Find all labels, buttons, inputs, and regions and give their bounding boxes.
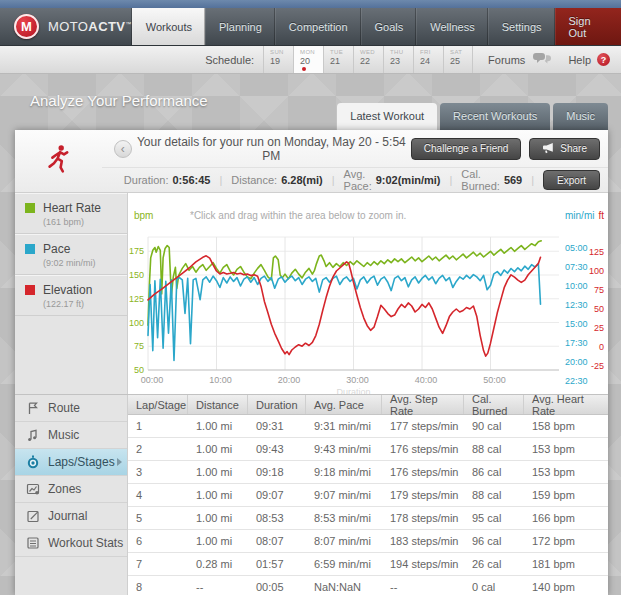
table-cell: 5 — [128, 507, 188, 529]
schedule-day-fri[interactable]: FRI24 — [413, 46, 443, 73]
day-name: SAT — [450, 49, 472, 55]
tab-recent-workouts[interactable]: Recent Workouts — [440, 103, 550, 130]
stat-separator: | — [531, 174, 534, 186]
help-link[interactable]: Help ? — [568, 46, 610, 73]
table-row: 8--00:05NaN:NaN min/mi--0 cal140 bpm — [128, 576, 608, 595]
elev-axis-title: ft — [598, 210, 604, 221]
performance-chart[interactable]: 00:0010:0020:0030:0040:0050:00Duration17… — [128, 193, 607, 394]
route-icon — [26, 401, 40, 415]
stats-items: Duration:0:56:45|Distance:6.28(mi)|Avg. … — [124, 168, 543, 192]
day-number: 20 — [300, 56, 323, 66]
nav-item-workouts[interactable]: Workouts — [132, 8, 205, 45]
legend-row: Pace — [25, 242, 127, 256]
tab-latest-workout[interactable]: Latest Workout — [337, 103, 437, 130]
forums-link[interactable]: Forums — [488, 46, 552, 73]
table-cell: 176 steps/min — [382, 438, 464, 460]
table-cell: 1.00 mi — [188, 438, 248, 460]
nav-item-competition[interactable]: Competition — [275, 8, 361, 45]
column-header-avg-step-rate: Avg. Step Rate — [382, 395, 464, 414]
day-number: 25 — [450, 56, 472, 66]
table-cell: 181 bpm — [524, 553, 607, 575]
runner-icon — [45, 144, 71, 178]
bpm-tick-label: 100 — [129, 318, 144, 328]
elev-tick-label: 0 — [599, 342, 604, 352]
schedule-label: Schedule: — [205, 54, 254, 66]
table-cell: 09:31 — [248, 415, 306, 437]
legend-item-pace[interactable]: Pace(9:02 min/mi) — [15, 234, 127, 275]
motoactv-app: M MOTOACTV™ WorkoutsPlanningCompetitionG… — [0, 0, 621, 595]
table-cell: 08:53 — [248, 507, 306, 529]
sidebar-item-music[interactable]: Music — [15, 422, 127, 449]
x-tick-label: 20:00 — [278, 375, 301, 385]
workout-tabs: Latest WorkoutRecent WorkoutsMusic — [337, 103, 608, 130]
nav-item-goals[interactable]: Goals — [361, 8, 417, 45]
logo-letter: M — [21, 20, 32, 33]
stats-row: Duration:0:56:45|Distance:6.28(mi)|Avg. … — [102, 168, 608, 192]
brand-moto: MOTO — [48, 19, 88, 34]
day-name: TUE — [330, 49, 353, 55]
pace-tick-label: 05:00 — [565, 243, 588, 253]
brand-text: MOTOACTV™ — [48, 19, 132, 34]
sidebar-item-route[interactable]: Route — [15, 395, 127, 422]
legend-label: Elevation — [43, 283, 92, 297]
sidebar-item-label: Workout Stats — [48, 536, 123, 550]
elev-tick-label: 50 — [594, 304, 604, 314]
table-row: 41.00 mi09:079:07 min/mi179 steps/min88 … — [128, 484, 608, 507]
nav-item-planning[interactable]: Planning — [205, 8, 275, 45]
table-cell: 88 cal — [464, 438, 524, 460]
challenge-a-friend-button[interactable]: Challenge a Friend — [411, 138, 522, 160]
nav-item-wellness[interactable]: Wellness — [416, 8, 487, 45]
stats-icon — [26, 536, 40, 550]
nav-item-sign-out[interactable]: Sign Out — [555, 8, 621, 45]
stat-cal-burned: Cal. Burned:569| — [461, 168, 543, 192]
table-header: Lap/StageDistanceDurationAvg. PaceAvg. S… — [128, 395, 608, 415]
top-strip — [0, 0, 621, 8]
sidebar-item-journal[interactable]: Journal — [15, 503, 127, 530]
table-body: 11.00 mi09:319:31 min/mi177 steps/min90 … — [128, 415, 608, 595]
export-button[interactable]: Export — [543, 170, 600, 190]
schedule-day-sun[interactable]: SUN19 — [263, 46, 293, 73]
schedule-day-sat[interactable]: SAT25 — [443, 46, 473, 73]
sidebar-item-label: Laps/Stages — [48, 455, 115, 469]
table-cell: 179 steps/min — [382, 484, 464, 506]
table-cell: 140 bpm — [524, 576, 607, 595]
x-tick-label: 30:00 — [346, 375, 369, 385]
x-tick-label: 40:00 — [415, 375, 438, 385]
column-header-duration: Duration — [248, 395, 306, 414]
nav-items: WorkoutsPlanningCompetitionGoalsWellness… — [132, 8, 621, 45]
nav-item-settings[interactable]: Settings — [488, 8, 555, 45]
table-cell: 2 — [128, 438, 188, 460]
sidebar-item-label: Journal — [48, 509, 87, 523]
zones-icon — [26, 482, 40, 496]
legend-label: Pace — [43, 242, 70, 256]
schedule-day-tue[interactable]: TUE21 — [323, 46, 353, 73]
share-button[interactable]: Share — [529, 138, 600, 160]
day-number: 24 — [420, 56, 443, 66]
schedule-day-wed[interactable]: WED22 — [353, 46, 383, 73]
sidebar-item-zones[interactable]: Zones — [15, 476, 127, 503]
brand[interactable]: M MOTOACTV™ — [0, 8, 132, 45]
legend-item-elevation[interactable]: Elevation(122.17 ft) — [15, 275, 127, 316]
column-header-lap-stage: Lap/Stage — [128, 395, 188, 414]
back-button[interactable]: ‹ — [114, 140, 132, 158]
content-panel: ‹ Your details for your run on Monday, M… — [15, 130, 608, 595]
motorola-logo-icon: M — [14, 14, 39, 39]
schedule-day-mon[interactable]: MON20 — [293, 46, 323, 73]
tab-music[interactable]: Music — [553, 103, 608, 130]
side-menu: RouteMusicLaps/StagesZonesJournalWorkout… — [15, 395, 128, 595]
table-cell: 166 bpm — [524, 507, 607, 529]
legend-item-heart-rate[interactable]: Heart Rate(161 bpm) — [15, 193, 127, 234]
forums-label: Forums — [488, 54, 525, 66]
stat-separator: | — [219, 174, 222, 186]
sidebar-item-laps-stages[interactable]: Laps/Stages — [15, 449, 127, 476]
table-cell: -- — [382, 576, 464, 595]
table-cell: 26 cal — [464, 553, 524, 575]
pace-tick-label: 22:30 — [565, 376, 588, 386]
sidebar-item-label: Route — [48, 401, 80, 415]
today-dot — [302, 67, 306, 71]
sidebar-item-workout-stats[interactable]: Workout Stats — [15, 530, 127, 557]
elev-tick-label: 75 — [594, 285, 604, 295]
table-cell: 158 bpm — [524, 415, 607, 437]
schedule-day-thu[interactable]: THU23 — [383, 46, 413, 73]
legend-swatch-icon — [25, 285, 35, 295]
